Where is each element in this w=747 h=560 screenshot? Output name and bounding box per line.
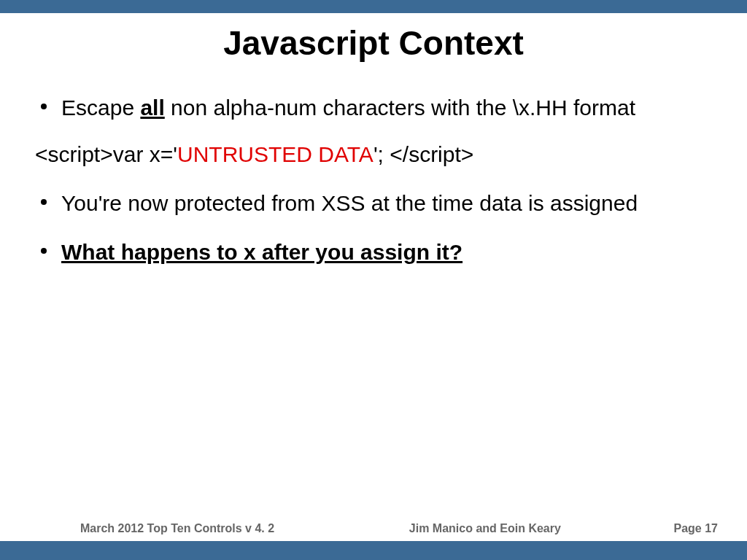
bullet-dot-icon <box>41 104 47 109</box>
code-untrusted: UNTRUSTED DATA <box>177 142 374 166</box>
bullet-1-post: non alpha-num characters with the \x.HH … <box>165 96 635 120</box>
slide-content: Escape all non alpha-num characters with… <box>0 93 747 266</box>
code-example: <script>var x='UNTRUSTED DATA'; </script… <box>35 142 712 167</box>
footer-date-version: March 2012 Top Ten Controls v 4. 2 <box>80 522 274 535</box>
bullet-text-1: Escape all non alpha-num characters with… <box>61 93 635 122</box>
code-pre: <script>var x=' <box>35 142 177 166</box>
bullet-dot-icon <box>41 199 47 205</box>
bullet-text-3: What happens to x after you assign it? <box>61 238 462 266</box>
footer-text-row: March 2012 Top Ten Controls v 4. 2 Jim M… <box>0 522 747 541</box>
bullet-item-3: What happens to x after you assign it? <box>35 238 712 266</box>
top-accent-bar <box>0 0 747 13</box>
footer-authors: Jim Manico and Eoin Keary <box>409 522 561 535</box>
bullet-1-all: all <box>140 96 164 120</box>
bullet-dot-icon <box>41 248 47 254</box>
bottom-accent-bar <box>0 541 747 560</box>
code-post: '; </script> <box>374 142 473 166</box>
slide-title: Javascript Context <box>0 23 747 63</box>
bullet-item-2: You're now protected from XSS at the tim… <box>35 189 712 217</box>
slide-footer: March 2012 Top Ten Controls v 4. 2 Jim M… <box>0 522 747 560</box>
bullet-text-2: You're now protected from XSS at the tim… <box>61 189 638 217</box>
bullet-1-pre: Escape <box>61 96 140 120</box>
footer-page-number: Page 17 <box>674 522 718 535</box>
bullet-item-1: Escape all non alpha-num characters with… <box>35 93 712 122</box>
